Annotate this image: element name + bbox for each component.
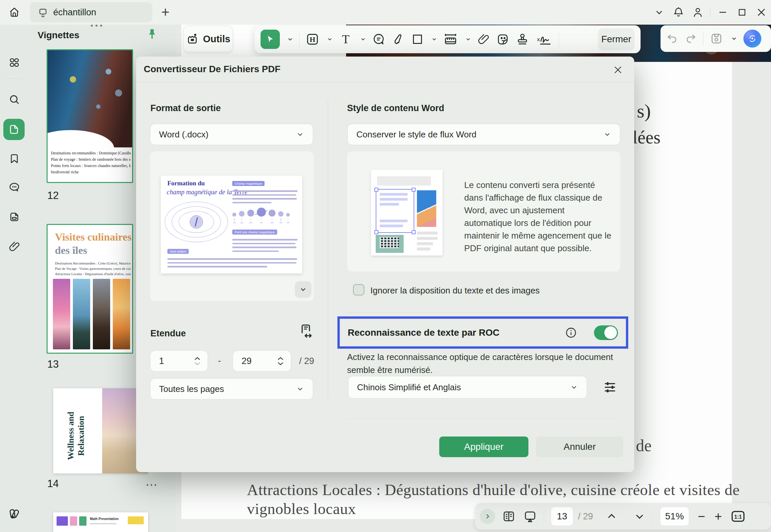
signature-tool-icon[interactable]: x: [535, 30, 553, 48]
pages-scope-select[interactable]: Toutes les pages: [150, 378, 313, 400]
text-tool-chevron-icon[interactable]: [360, 36, 366, 42]
thumbnail-14-menu-icon[interactable]: ⋯: [145, 478, 158, 492]
ocr-language-value: Chinois Simplifié et Anglais: [357, 382, 461, 393]
pin-icon[interactable]: [145, 27, 159, 41]
thumbnail-page-14[interactable]: Wellness and Relaxation: [53, 388, 148, 473]
dialog-close-button[interactable]: [610, 62, 626, 78]
thumbnail-page-13[interactable]: Visites culinaires des îles Destinations…: [47, 224, 133, 354]
pen-tool-icon[interactable]: [391, 32, 405, 46]
thumbnail-13-photos: [53, 279, 130, 349]
preview-tag: Perd son champ magnétique: [232, 230, 277, 235]
ignore-layout-checkbox[interactable]: [353, 284, 364, 295]
edit-tool-icon[interactable]: H: [305, 32, 320, 47]
apply-button[interactable]: Appliquer: [439, 437, 528, 457]
ocr-language-select[interactable]: Chinois Simplifié et Anglais: [348, 376, 587, 399]
notifications-bell-icon[interactable]: [669, 3, 688, 22]
ai-assistant-button[interactable]: [743, 30, 761, 48]
tab-echantillon[interactable]: échantillon: [30, 2, 152, 22]
select-tool-button[interactable]: [261, 30, 280, 49]
tab-document-icon: [38, 7, 48, 17]
preview-tag: Champ magnétique: [232, 181, 265, 186]
ocr-settings-sliders-icon[interactable]: [601, 379, 619, 396]
section-divider: [347, 419, 620, 419]
measure-tool-chevron-icon[interactable]: [465, 36, 471, 42]
panel-drag-handle-icon[interactable]: [91, 25, 102, 27]
maximize-button[interactable]: [732, 3, 752, 22]
outils-button[interactable]: Outils: [183, 26, 233, 52]
thumbnail-13-subtitle: des îles: [55, 244, 87, 257]
thumbnail-page-15-partial[interactable]: Math Presentation: [53, 512, 148, 532]
expand-panel-button[interactable]: [480, 509, 495, 524]
rectangle-tool-icon[interactable]: [411, 33, 424, 46]
illustration-building-image: [376, 235, 404, 253]
new-tab-button[interactable]: +: [157, 4, 174, 21]
undo-icon[interactable]: [666, 32, 678, 45]
search-icon[interactable]: [8, 93, 21, 106]
pages-scope-value: Toutes les pages: [159, 384, 224, 394]
sticker-tool-icon[interactable]: [496, 32, 510, 46]
page-range-swap-icon[interactable]: [298, 323, 314, 339]
zoom-out-button[interactable]: −: [698, 509, 705, 524]
selection-box: [376, 189, 414, 233]
range-from-stepper[interactable]: [194, 356, 201, 366]
rectangle-tool-chevron-icon[interactable]: [431, 36, 437, 42]
select-tool-chevron-icon[interactable]: [287, 36, 293, 43]
range-to-input[interactable]: 29: [233, 350, 291, 372]
attach-tool-icon[interactable]: [477, 33, 490, 46]
account-user-icon[interactable]: [688, 3, 707, 22]
edit-tool-chevron-icon[interactable]: [327, 36, 333, 42]
bookmark-icon[interactable]: [8, 153, 20, 165]
range-separator: -: [218, 355, 221, 366]
presentation-view-icon[interactable]: [523, 509, 537, 523]
home-button[interactable]: [5, 3, 24, 22]
dialog-column-divider: [328, 100, 328, 399]
page-number-input[interactable]: 13: [551, 507, 573, 526]
info-icon[interactable]: [565, 326, 577, 339]
thumbnails-panel-button[interactable]: [3, 119, 25, 140]
apps-grid-icon[interactable]: [8, 57, 20, 69]
thumbnail-page-12[interactable]: Destinations recommandées : Dominique (C…: [47, 49, 133, 183]
cancel-button[interactable]: Annuler: [536, 437, 623, 457]
page-number-13: 13: [47, 358, 59, 370]
svg-text:1:1: 1:1: [734, 514, 742, 520]
measure-tool-icon[interactable]: [443, 32, 458, 47]
comments-icon[interactable]: [8, 181, 21, 194]
redo-icon[interactable]: [684, 32, 697, 45]
stamp-tool-icon[interactable]: [515, 32, 529, 46]
comment-tool-icon[interactable]: [372, 32, 386, 46]
range-to-stepper[interactable]: [277, 356, 284, 366]
window-menu-chevron[interactable]: [650, 3, 669, 22]
fermer-button[interactable]: Fermer: [598, 28, 635, 50]
document-heading-line2: vignobles locaux: [247, 500, 356, 518]
page-number-12: 12: [47, 190, 59, 202]
ocr-toggle-on[interactable]: [594, 325, 618, 340]
attachment-paperclip-icon[interactable]: [8, 240, 21, 253]
ignore-layout-label: Ignorer la disposition du texte et des i…: [370, 285, 540, 296]
close-window-button[interactable]: [752, 3, 771, 22]
swatches-fan-icon[interactable]: [7, 506, 22, 521]
minimize-button[interactable]: [713, 3, 732, 22]
document-fragment-top: s): [637, 100, 651, 122]
text-tool-icon[interactable]: T: [338, 32, 353, 47]
dialog-title: Convertisseur De Fichiers PDF: [144, 64, 281, 75]
status-bar: 13 / 29 51% − + 1:1: [475, 503, 771, 530]
actual-size-button[interactable]: 1:1: [730, 508, 746, 525]
thumbnail-12-image: [48, 50, 132, 147]
format-select[interactable]: Word (.docx): [150, 124, 313, 145]
dialog-header-divider: [136, 82, 634, 82]
save-icon[interactable]: [709, 32, 723, 46]
zoom-level-input[interactable]: 51%: [660, 507, 689, 526]
preview-tag: Vent solaire: [167, 249, 189, 254]
next-page-chevron-icon[interactable]: [634, 511, 645, 522]
two-page-view-icon[interactable]: [502, 509, 516, 523]
save-options-chevron-icon[interactable]: [731, 35, 737, 42]
document-note-icon[interactable]: [8, 211, 20, 223]
previous-page-chevron-icon[interactable]: [606, 511, 617, 522]
range-from-input[interactable]: 1: [150, 350, 208, 372]
svg-text:H: H: [309, 35, 315, 44]
ocr-description: Activez la reconnaissance optique de car…: [347, 351, 622, 377]
word-style-select[interactable]: Conserver le style de flux Word: [347, 124, 620, 145]
zoom-in-button[interactable]: +: [714, 509, 722, 524]
illustration-image: [417, 190, 436, 227]
preview-next-page-button[interactable]: [295, 281, 311, 298]
